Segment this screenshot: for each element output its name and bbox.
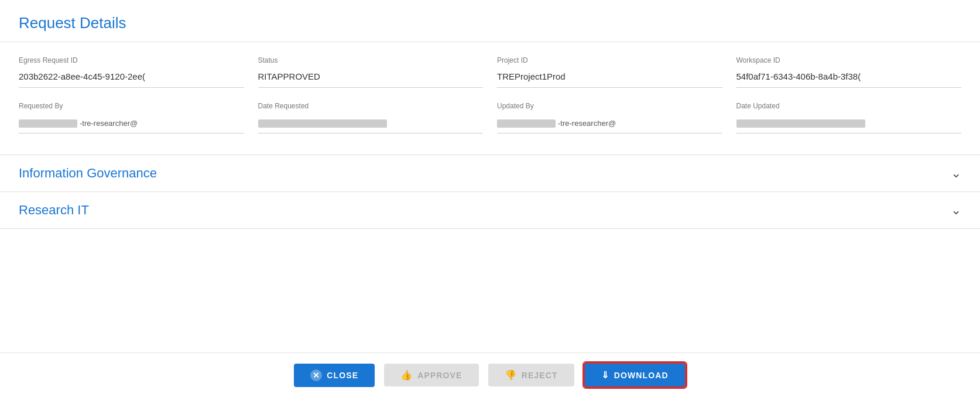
updated-by-suffix: -tre-researcher@: [558, 119, 616, 128]
page-title: Request Details: [19, 14, 961, 32]
accordion-item-information-governance: Information Governance ⌄: [0, 155, 980, 192]
fields-section: Egress Request ID 203b2622-a8ee-4c45-912…: [0, 42, 980, 155]
thumbs-down-icon: 👎: [505, 369, 517, 381]
approve-button[interactable]: 👍 APPROVE: [384, 364, 478, 386]
field-value-project-id: TREProject1Prod: [497, 67, 722, 88]
field-value-date-requested: [258, 112, 484, 134]
field-status: Status RITAPPROVED: [258, 56, 484, 88]
page-header: Request Details: [0, 0, 980, 42]
reject-button[interactable]: 👎 REJECT: [488, 364, 574, 386]
close-button-label: CLOSE: [327, 371, 358, 380]
field-value-status: RITAPPROVED: [258, 67, 484, 88]
field-label-status: Status: [258, 56, 484, 64]
download-icon: ⇓: [601, 369, 609, 381]
accordion-title-information-governance: Information Governance: [19, 166, 157, 181]
redacted-bar-3: [497, 119, 556, 128]
field-value-updated-by: -tre-researcher@: [497, 112, 722, 134]
field-value-egress-request-id: 203b2622-a8ee-4c45-9120-2ee(: [19, 67, 244, 88]
reject-button-label: REJECT: [522, 371, 558, 380]
fields-row-2: Requested By -tre-researcher@ Date Reque…: [19, 102, 961, 134]
field-value-requested-by: -tre-researcher@: [19, 112, 244, 134]
field-label-project-id: Project ID: [497, 56, 722, 64]
field-label-date-updated: Date Updated: [736, 102, 962, 110]
requested-by-suffix: -tre-researcher@: [80, 119, 138, 128]
field-value-workspace-id: 54f0af71-6343-406b-8a4b-3f38(: [736, 67, 962, 88]
thumbs-up-icon: 👍: [400, 369, 413, 381]
page-container: Request Details Egress Request ID 203b26…: [0, 0, 980, 397]
close-circle-icon: ✕: [310, 369, 322, 381]
accordion-header-research-it[interactable]: Research IT ⌄: [0, 192, 980, 228]
field-label-workspace-id: Workspace ID: [736, 56, 962, 64]
accordion-header-information-governance[interactable]: Information Governance ⌄: [0, 155, 980, 191]
field-workspace-id: Workspace ID 54f0af71-6343-406b-8a4b-3f3…: [736, 56, 962, 88]
chevron-down-icon-research-it: ⌄: [951, 203, 961, 218]
field-egress-request-id: Egress Request ID 203b2622-a8ee-4c45-912…: [19, 56, 244, 88]
close-button[interactable]: ✕ CLOSE: [294, 364, 375, 387]
redacted-bar-2: [258, 119, 387, 128]
field-label-egress-request-id: Egress Request ID: [19, 56, 244, 64]
download-button[interactable]: ⇓ DOWNLOAD: [584, 362, 686, 388]
accordion: Information Governance ⌄ Research IT ⌄: [0, 155, 980, 229]
field-date-requested: Date Requested: [258, 102, 484, 134]
redacted-bar-1: [19, 119, 77, 128]
field-label-updated-by: Updated By: [497, 102, 722, 110]
redacted-bar-4: [736, 119, 865, 128]
field-date-updated: Date Updated: [736, 102, 962, 134]
field-project-id: Project ID TREProject1Prod: [497, 56, 722, 88]
field-requested-by: Requested By -tre-researcher@: [19, 102, 244, 134]
footer-actions: ✕ CLOSE 👍 APPROVE 👎 REJECT ⇓ DOWNLOAD: [0, 352, 980, 397]
accordion-title-research-it: Research IT: [19, 203, 89, 218]
field-label-date-requested: Date Requested: [258, 102, 484, 110]
download-button-label: DOWNLOAD: [614, 371, 669, 380]
field-updated-by: Updated By -tre-researcher@: [497, 102, 722, 134]
field-value-date-updated: [736, 112, 962, 134]
field-label-requested-by: Requested By: [19, 102, 244, 110]
approve-button-label: APPROVE: [417, 371, 462, 380]
chevron-down-icon-information-governance: ⌄: [951, 166, 961, 181]
fields-row-1: Egress Request ID 203b2622-a8ee-4c45-912…: [19, 56, 961, 88]
accordion-item-research-it: Research IT ⌄: [0, 192, 980, 229]
